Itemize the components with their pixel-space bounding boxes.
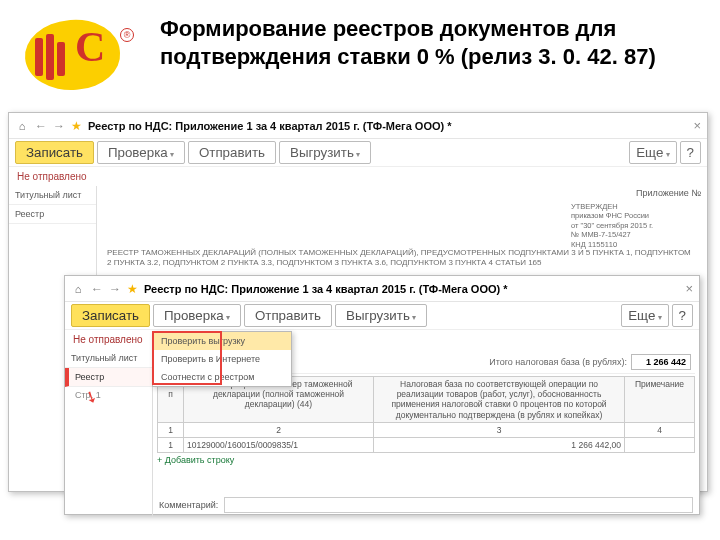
window-title: Реестр по НДС: Приложение 1 за 4 квартал… <box>144 283 508 295</box>
sidebar-item-reestr[interactable]: Реестр <box>65 368 152 387</box>
back-icon[interactable]: ← <box>35 119 47 133</box>
comments-label: Комментарий: <box>159 500 218 510</box>
toolbar: Записать Проверка Отправить Выгрузить Ещ… <box>9 139 707 167</box>
sidebar: Титульный лист Реестр Стр. 1 <box>65 349 153 517</box>
home-icon[interactable]: ⌂ <box>15 119 29 133</box>
titlebar: ⌂ ← → ★ Реестр по НДС: Приложение 1 за 4… <box>65 276 699 302</box>
check-dropdown: Проверить выгрузку Проверить в Интернете… <box>152 331 292 387</box>
hdr-num: 3 <box>374 422 625 437</box>
sidebar-item-page[interactable]: Стр. 1 <box>65 387 152 403</box>
highlight-box <box>152 331 222 385</box>
toolbar: Записать Проверка Проверить выгрузку Про… <box>65 302 699 330</box>
check-button[interactable]: Проверка <box>153 304 241 327</box>
appendix-label: Приложение № <box>636 188 701 198</box>
registry-heading: РЕЕСТР ТАМОЖЕННЫХ ДЕКЛАРАЦИЙ (ПОЛНЫХ ТАМ… <box>103 248 701 269</box>
comments-row: Комментарий: <box>159 497 693 513</box>
logo-1c: С ® <box>25 20 145 90</box>
registry-table: № п/п Регистрационный номер таможенной д… <box>157 376 695 453</box>
cell-rownum[interactable]: 1 <box>158 437 184 452</box>
more-button[interactable]: Еще <box>629 141 676 164</box>
add-row-link[interactable]: Добавить строку <box>157 453 695 467</box>
sidebar-item-title[interactable]: Титульный лист <box>9 186 96 205</box>
status-text: Не отправлено <box>9 167 707 186</box>
col-base: Налоговая база по соответствующей операц… <box>374 377 625 423</box>
send-button[interactable]: Отправить <box>188 141 276 164</box>
home-icon[interactable]: ⌂ <box>71 282 85 296</box>
help-button[interactable]: ? <box>680 141 701 164</box>
window-title: Реестр по НДС: Приложение 1 за 4 квартал… <box>88 120 452 132</box>
hdr-num: 4 <box>625 422 695 437</box>
help-button[interactable]: ? <box>672 304 693 327</box>
star-icon[interactable]: ★ <box>71 119 82 133</box>
slide-title: Формирование реестров документов для под… <box>160 15 700 70</box>
hdr-num: 1 <box>158 422 184 437</box>
star-icon[interactable]: ★ <box>127 282 138 296</box>
logo-letter: С <box>75 26 105 68</box>
titlebar: ⌂ ← → ★ Реестр по НДС: Приложение 1 за 4… <box>9 113 707 139</box>
base-total-input[interactable] <box>631 354 691 370</box>
hdr-num: 2 <box>184 422 374 437</box>
fwd-icon[interactable]: → <box>109 282 121 296</box>
base-total-label: Итого налоговая база (в рублях): <box>489 357 627 367</box>
cell-decl-number[interactable]: 10129000/160015/0009835/1 <box>184 437 374 452</box>
approved-block: УТВЕРЖДЕН приказом ФНС России от "30" се… <box>571 202 701 249</box>
send-button[interactable]: Отправить <box>244 304 332 327</box>
fwd-icon[interactable]: → <box>53 119 65 133</box>
sidebar-item-title[interactable]: Титульный лист <box>65 349 152 368</box>
cell-amount[interactable]: 1 266 442,00 <box>374 437 625 452</box>
close-icon[interactable]: × <box>693 118 701 133</box>
cell-note[interactable] <box>625 437 695 452</box>
export-button[interactable]: Выгрузить <box>279 141 371 164</box>
col-note: Примечание <box>625 377 695 423</box>
window-foreground: ⌂ ← → ★ Реестр по НДС: Приложение 1 за 4… <box>64 275 700 515</box>
more-button[interactable]: Еще <box>621 304 668 327</box>
close-icon[interactable]: × <box>685 281 693 296</box>
write-button[interactable]: Записать <box>71 304 150 327</box>
back-icon[interactable]: ← <box>91 282 103 296</box>
sidebar-item-reestr[interactable]: Реестр <box>9 205 96 224</box>
write-button[interactable]: Записать <box>15 141 94 164</box>
logo-reg: ® <box>120 28 134 42</box>
table-row[interactable]: 1 10129000/160015/0009835/1 1 266 442,00 <box>158 437 695 452</box>
check-button[interactable]: Проверка <box>97 141 185 164</box>
comments-input[interactable] <box>224 497 693 513</box>
export-button[interactable]: Выгрузить <box>335 304 427 327</box>
